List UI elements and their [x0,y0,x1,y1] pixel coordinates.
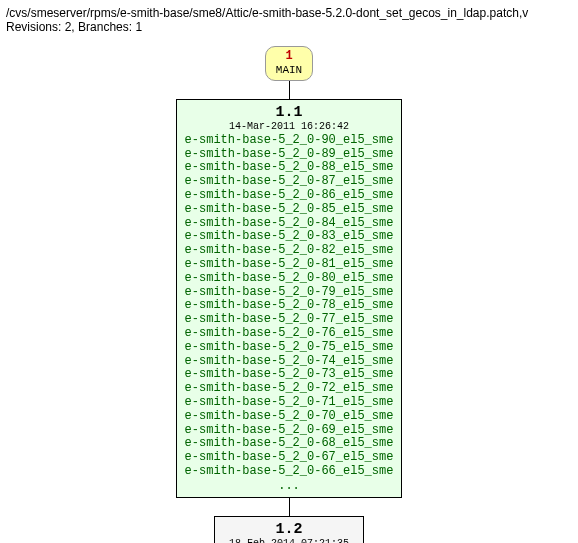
revision-tag: e-smith-base-5_2_0-71_el5_sme [185,396,394,410]
revision-tag: e-smith-base-5_2_0-83_el5_sme [185,230,394,244]
revision-tag: e-smith-base-5_2_0-84_el5_sme [185,217,394,231]
revision-graph: 1 MAIN 1.1 14-Mar-2011 16:26:42 e-smith-… [6,46,572,543]
revision-tag-list: e-smith-base-5_2_0-90_el5_smee-smith-bas… [185,134,394,479]
revision-tag: e-smith-base-5_2_0-72_el5_sme [185,382,394,396]
revision-tag: e-smith-base-5_2_0-75_el5_sme [185,341,394,355]
revision-tag: e-smith-base-5_2_0-80_el5_sme [185,272,394,286]
revision-tag: e-smith-base-5_2_0-87_el5_sme [185,175,394,189]
revision-tag: e-smith-base-5_2_0-76_el5_sme [185,327,394,341]
revision-tag: e-smith-base-5_2_0-82_el5_sme [185,244,394,258]
revision-tag: e-smith-base-5_2_0-73_el5_sme [185,368,394,382]
revision-tag: e-smith-base-5_2_0-86_el5_sme [185,189,394,203]
revision-tag: e-smith-base-5_2_0-66_el5_sme [185,465,394,479]
revision-tag: e-smith-base-5_2_0-77_el5_sme [185,313,394,327]
revision-tag: e-smith-base-5_2_0-70_el5_sme [185,410,394,424]
revision-timestamp: 18-Feb-2014 07:21:35 [229,538,349,543]
connector [289,81,290,99]
branch-number: 1 [285,49,292,63]
revision-tag: e-smith-base-5_2_0-67_el5_sme [185,451,394,465]
repo-path: /cvs/smeserver/rpms/e-smith-base/sme8/At… [6,6,572,20]
revision-tag: e-smith-base-5_2_0-88_el5_sme [185,161,394,175]
revision-node-1-1[interactable]: 1.1 14-Mar-2011 16:26:42 e-smith-base-5_… [176,99,403,498]
revision-node-1-2[interactable]: 1.2 18-Feb-2014 07:21:35 HEAD [214,516,364,543]
revision-version: 1.1 [185,104,394,121]
revision-tag: e-smith-base-5_2_0-69_el5_sme [185,424,394,438]
revisions-info: Revisions: 2, Branches: 1 [6,20,572,34]
revision-tag: e-smith-base-5_2_0-85_el5_sme [185,203,394,217]
revision-tag: e-smith-base-5_2_0-68_el5_sme [185,437,394,451]
revision-tag: e-smith-base-5_2_0-90_el5_sme [185,134,394,148]
revision-tag: e-smith-base-5_2_0-81_el5_sme [185,258,394,272]
more-indicator: ... [185,479,394,493]
branch-bubble-main: 1 MAIN [265,46,313,81]
revision-timestamp: 14-Mar-2011 16:26:42 [185,121,394,132]
revision-version: 1.2 [229,521,349,538]
connector [289,498,290,516]
revision-tag: e-smith-base-5_2_0-78_el5_sme [185,299,394,313]
revision-tag: e-smith-base-5_2_0-74_el5_sme [185,355,394,369]
revision-tag: e-smith-base-5_2_0-89_el5_sme [185,148,394,162]
branch-head: 1 MAIN [265,46,313,81]
branch-label: MAIN [276,64,302,76]
revision-tag: e-smith-base-5_2_0-79_el5_sme [185,286,394,300]
